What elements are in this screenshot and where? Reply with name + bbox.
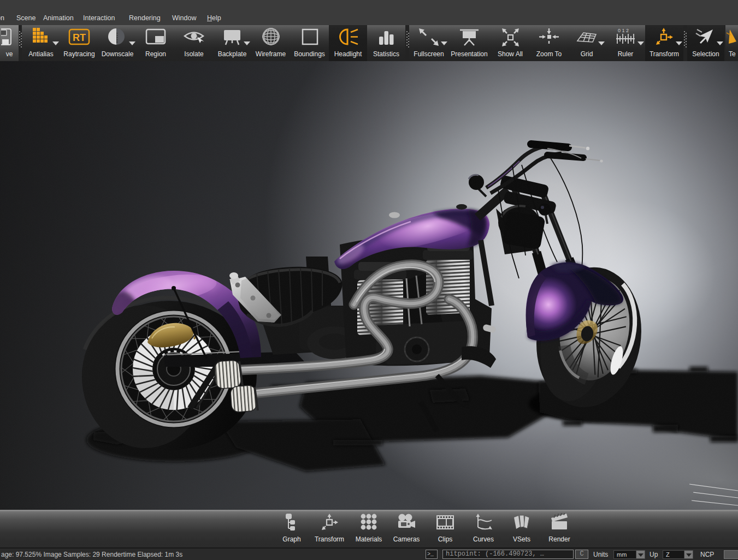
svg-text:RT: RT [73, 32, 86, 43]
svg-text:0 1 2: 0 1 2 [618, 28, 629, 33]
